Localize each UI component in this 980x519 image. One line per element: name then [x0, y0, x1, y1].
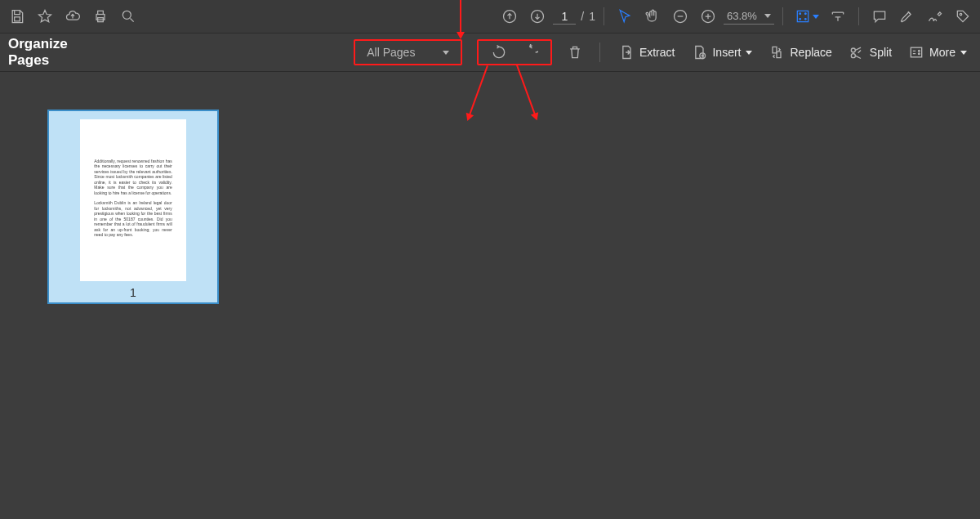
comment-icon[interactable]: [867, 4, 892, 29]
svg-point-19: [919, 53, 920, 55]
highlight-icon[interactable]: [895, 4, 920, 29]
page-thumbnail[interactable]: Additionally, request renowned fashion h…: [47, 110, 219, 304]
toolbar-divider: [604, 7, 604, 25]
search-icon[interactable]: [116, 4, 140, 29]
svg-point-9: [800, 13, 801, 15]
extract-button[interactable]: Extract: [613, 40, 680, 65]
page-range-label: All Pages: [367, 46, 415, 59]
organize-pages-toolbar: Organize Pages All Pages Extract Insert …: [0, 33, 980, 72]
arrow-up-icon[interactable]: [497, 4, 522, 29]
more-button[interactable]: More: [903, 40, 972, 65]
insert-label: Insert: [712, 46, 741, 59]
zoom-out-icon[interactable]: [668, 4, 693, 29]
fit-page-button[interactable]: [791, 4, 822, 29]
annotation-arrow: [460, 0, 461, 38]
workspace: Additionally, request renowned fashion h…: [0, 72, 980, 519]
rotate-ccw-icon[interactable]: [487, 40, 511, 65]
organize-title: Organize Pages: [8, 36, 104, 69]
toolbar-divider: [858, 7, 859, 25]
print-icon[interactable]: [88, 4, 113, 29]
insert-button[interactable]: Insert: [686, 40, 757, 65]
chevron-down-icon: [443, 51, 449, 55]
hand-tool-icon[interactable]: [640, 4, 665, 29]
svg-rect-0: [15, 17, 20, 21]
replace-label: Replace: [790, 46, 831, 59]
page-preview: Additionally, request renowned fashion h…: [80, 119, 186, 281]
chevron-down-icon: [813, 15, 819, 19]
save-icon[interactable]: [5, 4, 29, 29]
chevron-down-icon: [746, 51, 752, 55]
svg-point-18: [919, 51, 920, 52]
split-label: Split: [870, 46, 892, 59]
main-toolbar: / 1 63.8%: [0, 0, 980, 33]
svg-point-12: [805, 19, 807, 20]
toolbar-divider: [782, 7, 783, 25]
svg-point-11: [800, 19, 801, 20]
total-pages: 1: [589, 10, 595, 23]
rotate-group: [477, 39, 552, 65]
svg-rect-17: [911, 47, 921, 57]
page-number: 1: [130, 286, 136, 299]
page-sep: /: [581, 10, 584, 23]
rotate-cw-icon[interactable]: [518, 40, 542, 65]
cloud-upload-icon[interactable]: [60, 4, 85, 29]
svg-point-16: [851, 54, 855, 58]
svg-point-13: [960, 13, 962, 16]
signature-icon[interactable]: [923, 4, 947, 29]
toolbar-divider: [599, 43, 600, 62]
selection-tool-icon[interactable]: [612, 4, 637, 29]
delete-page-icon[interactable]: [564, 40, 586, 65]
split-button[interactable]: Split: [844, 40, 897, 65]
svg-rect-8: [797, 11, 808, 21]
zoom-in-icon[interactable]: [696, 4, 720, 29]
tag-icon[interactable]: [951, 4, 975, 29]
current-page-input[interactable]: [553, 9, 576, 25]
chevron-down-icon: [764, 14, 771, 18]
page-range-dropdown[interactable]: All Pages: [354, 39, 462, 65]
zoom-dropdown[interactable]: 63.8%: [724, 8, 774, 25]
svg-point-3: [122, 11, 131, 19]
star-icon[interactable]: [33, 4, 57, 29]
svg-point-15: [851, 48, 855, 52]
page-counter: / 1: [553, 9, 595, 25]
replace-button[interactable]: Replace: [764, 40, 836, 65]
chevron-down-icon: [960, 51, 967, 55]
arrow-down-icon[interactable]: [525, 4, 550, 29]
more-label: More: [929, 46, 956, 59]
reflow-icon[interactable]: [826, 4, 850, 29]
extract-label: Extract: [639, 46, 675, 59]
svg-point-10: [805, 13, 807, 15]
zoom-value: 63.8%: [727, 10, 757, 22]
